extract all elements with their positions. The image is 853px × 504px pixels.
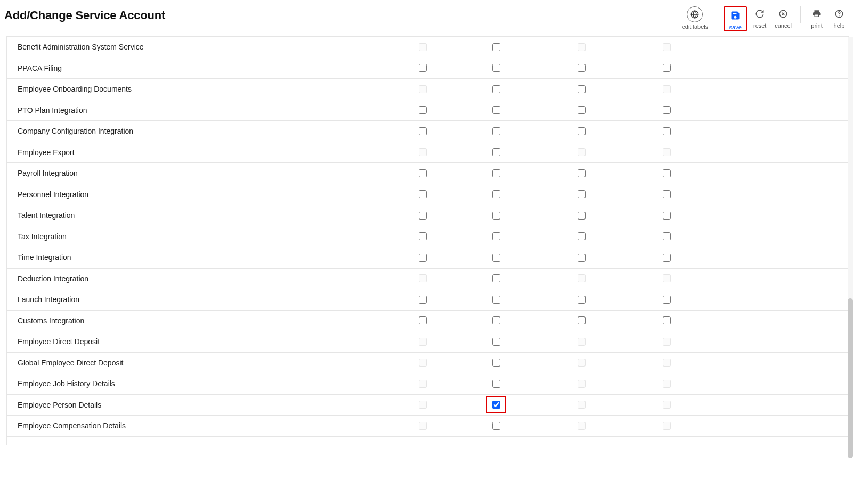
checkbox-cell <box>625 126 708 137</box>
permission-checkbox[interactable] <box>419 254 427 262</box>
table-row: Global Employee Direct Deposit <box>7 353 848 374</box>
checkbox-cell <box>537 210 625 221</box>
permission-checkbox[interactable] <box>663 169 671 177</box>
checkbox-cell <box>391 378 454 389</box>
permission-checkbox[interactable] <box>419 296 427 304</box>
permission-checkbox[interactable] <box>663 212 671 220</box>
permission-checkbox[interactable] <box>663 254 671 262</box>
permission-checkbox[interactable] <box>492 85 500 93</box>
checkbox-cell <box>625 104 708 116</box>
permission-checkbox[interactable] <box>419 64 427 72</box>
checkbox-cell <box>454 378 537 389</box>
permission-checkbox[interactable] <box>492 401 500 409</box>
permission-checkbox[interactable] <box>492 338 500 346</box>
print-button[interactable]: print <box>807 6 826 29</box>
permission-checkbox <box>419 338 427 346</box>
checkbox-cell <box>537 378 625 389</box>
print-icon <box>809 6 824 21</box>
reset-button[interactable]: reset <box>750 6 769 29</box>
checkbox-cell <box>391 104 454 116</box>
cancel-button[interactable]: cancel <box>773 6 794 29</box>
permission-checkbox[interactable] <box>492 274 500 282</box>
permission-checkbox[interactable] <box>492 254 500 262</box>
permission-checkbox[interactable] <box>492 359 500 367</box>
permission-checkbox[interactable] <box>663 296 671 304</box>
table-row: Tax Integration <box>7 226 848 248</box>
permission-checkbox[interactable] <box>663 64 671 72</box>
row-label: Benefit Administration System Service <box>18 43 391 51</box>
row-label: Employee Person Details <box>18 401 391 409</box>
table-row: PPACA Filing <box>7 58 848 79</box>
permission-checkbox[interactable] <box>492 380 500 388</box>
scrollbar-track[interactable] <box>848 37 853 442</box>
permission-checkbox[interactable] <box>492 106 500 114</box>
toolbar-separator <box>800 6 801 23</box>
checkbox-cell <box>625 84 708 95</box>
save-icon <box>728 8 743 23</box>
permission-checkbox[interactable] <box>492 148 500 156</box>
checkbox-cell <box>537 336 625 347</box>
help-button[interactable]: help <box>830 6 849 29</box>
permission-checkbox[interactable] <box>663 316 671 324</box>
permission-checkbox[interactable] <box>492 190 500 198</box>
permission-checkbox <box>663 359 671 367</box>
checkbox-cell <box>537 126 625 137</box>
checkbox-cell <box>625 399 708 410</box>
permission-checkbox[interactable] <box>663 106 671 114</box>
permission-checkbox[interactable] <box>492 43 500 51</box>
table-row: Customs Integration <box>7 311 848 332</box>
permissions-rows: Benefit Administration System ServicePPA… <box>7 37 848 437</box>
permission-checkbox[interactable] <box>492 422 500 430</box>
permission-checkbox[interactable] <box>663 190 671 198</box>
permission-checkbox[interactable] <box>492 316 500 324</box>
permission-checkbox[interactable] <box>578 296 586 304</box>
permission-checkbox <box>578 380 586 388</box>
permission-checkbox[interactable] <box>419 316 427 324</box>
table-row: Employee Onboarding Documents <box>7 79 848 100</box>
scrollbar-thumb[interactable] <box>848 298 853 458</box>
permission-checkbox[interactable] <box>492 64 500 72</box>
permission-checkbox[interactable] <box>419 232 427 240</box>
permission-checkbox[interactable] <box>492 169 500 177</box>
checkbox-cell <box>537 84 625 95</box>
permission-checkbox[interactable] <box>492 296 500 304</box>
permission-checkbox[interactable] <box>578 232 586 240</box>
edit-labels-button[interactable]: edit labels <box>680 6 711 30</box>
permissions-panel: Benefit Administration System ServicePPA… <box>6 36 849 445</box>
checkbox-cell <box>391 315 454 326</box>
permission-checkbox[interactable] <box>419 190 427 198</box>
permission-checkbox[interactable] <box>663 232 671 240</box>
permission-checkbox[interactable] <box>578 127 586 135</box>
permission-checkbox[interactable] <box>419 212 427 220</box>
checkbox-cell <box>537 399 625 410</box>
permission-checkbox[interactable] <box>578 169 586 177</box>
checkbox-cell <box>454 84 537 95</box>
permission-checkbox <box>578 274 586 282</box>
permission-checkbox <box>578 422 586 430</box>
permission-checkbox[interactable] <box>578 85 586 93</box>
permission-checkbox[interactable] <box>578 212 586 220</box>
permission-checkbox[interactable] <box>419 106 427 114</box>
permission-checkbox[interactable] <box>492 212 500 220</box>
help-label: help <box>834 22 845 29</box>
permission-checkbox[interactable] <box>578 190 586 198</box>
permission-checkbox[interactable] <box>578 254 586 262</box>
permission-checkbox[interactable] <box>663 127 671 135</box>
reset-icon <box>752 6 767 21</box>
permission-checkbox[interactable] <box>578 106 586 114</box>
checkbox-cell <box>537 420 625 432</box>
checkbox-cell <box>625 42 708 53</box>
save-button[interactable]: save <box>726 8 745 30</box>
checkbox-cell <box>454 42 537 53</box>
table-row: Payroll Integration <box>7 163 848 184</box>
permission-checkbox[interactable] <box>578 64 586 72</box>
checkbox-cell <box>454 210 537 221</box>
permission-checkbox <box>578 359 586 367</box>
permission-checkbox[interactable] <box>419 169 427 177</box>
permission-checkbox[interactable] <box>578 316 586 324</box>
row-label: Customs Integration <box>18 316 391 325</box>
permission-checkbox[interactable] <box>492 232 500 240</box>
row-label: Tax Integration <box>18 232 391 241</box>
permission-checkbox[interactable] <box>419 127 427 135</box>
permission-checkbox[interactable] <box>492 127 500 135</box>
